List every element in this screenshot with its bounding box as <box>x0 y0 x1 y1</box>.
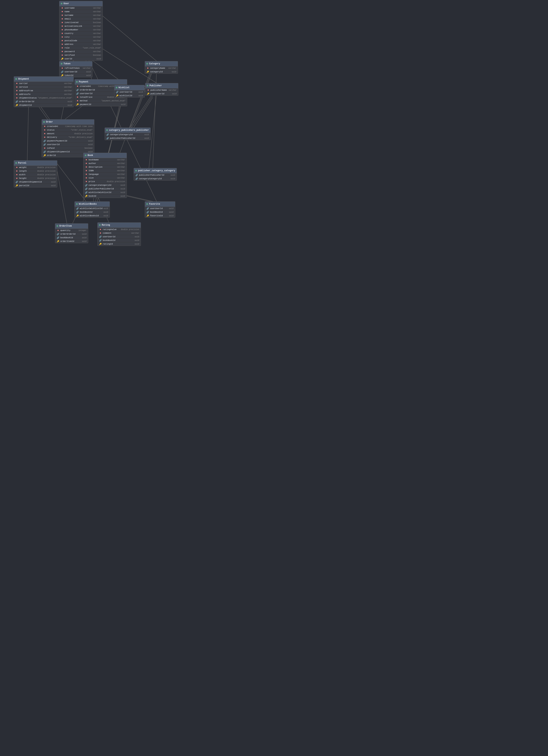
field-name-parcel-1: length <box>19 170 36 172</box>
field-icon-pk: 🔑 <box>15 104 18 107</box>
entity-order: ⊞Order■createdAttimestamp with time zone… <box>42 119 94 157</box>
field-row-user-9: ■postalCodevarchar <box>59 39 103 43</box>
field-type-order-6: boolean <box>85 147 93 149</box>
entity-title-category_publishers_publisher: category_publishers_publisher <box>109 129 149 132</box>
field-name-order-1: status <box>47 129 64 131</box>
field-icon-field: ■ <box>43 125 46 128</box>
entity-title-order: Order <box>46 121 53 123</box>
field-name-user-9: postalCode <box>65 40 82 42</box>
field-name-payment-1: orderOrderId <box>80 89 97 91</box>
field-row-parcel-0: ■weightdouble precision <box>14 166 57 169</box>
field-row-book-3: ■ISBNvarchar <box>83 169 127 173</box>
field-name-book-0: bookName <box>89 159 106 161</box>
field-name-user-1: name <box>65 11 82 13</box>
entity-title-category: Category <box>149 62 160 65</box>
field-row-order-4: 🔗paymentPaymentIduuid <box>42 139 94 143</box>
entity-header-token: ⊞Token <box>59 61 92 66</box>
field-row-token-0: ■refreshTokenvarchar <box>59 66 92 70</box>
entity-user: ⊞User■usernamevarchar■namevarchar■surnam… <box>59 1 103 61</box>
field-row-order-1: ■status"order_status_enum" <box>42 128 94 132</box>
field-type-user-11: "user_role_enum" <box>83 47 101 49</box>
field-icon-fk: 🔗 <box>146 211 149 213</box>
field-type-publisher_category_category-1: uuid <box>171 178 175 180</box>
field-icon-pk: 🔑 <box>146 70 149 73</box>
field-row-user-4: ■isActivatedboolean <box>59 21 103 24</box>
field-icon-fk: 🔗 <box>106 137 109 140</box>
field-name-parcel-0: weight <box>19 166 36 169</box>
field-type-book-0: varchar <box>117 159 125 161</box>
field-type-shipment-3: varchar <box>64 93 72 95</box>
field-icon-field: ■ <box>57 229 59 232</box>
field-row-category-0: ■categoryNamevarchar <box>145 66 178 70</box>
field-icon-field: ■ <box>61 32 64 35</box>
field-name-orderitem-1: orderOrderId <box>60 233 78 235</box>
field-name-category_publishers_publisher-1: publisherPublisherId <box>110 137 135 139</box>
field-icon-field: ■ <box>61 50 64 53</box>
field-row-shipment-6: 🔑shipmentIduuid <box>14 103 74 107</box>
field-icon-field: ■ <box>61 39 64 42</box>
field-type-parcel-0: double precision <box>37 166 56 169</box>
field-icon-pk: 🔑 <box>116 94 119 97</box>
entity-title-token: Token <box>64 62 70 65</box>
field-name-payment-0: createdAt <box>80 85 97 87</box>
field-name-favorite-1: bookBookId <box>150 211 167 213</box>
entity-title-shipment: Shipment <box>18 78 29 80</box>
table-icon: ⊞ <box>85 154 86 157</box>
field-icon-fk: 🔗 <box>106 133 109 136</box>
entity-title-publisher_category_category: publisher_category_category <box>138 169 175 172</box>
entity-header-publisher_category_category: ⊞publisher_category_category <box>134 168 177 173</box>
field-row-shipment-4: ■shipmentStatus"shipment_shipmentstatus_… <box>14 96 74 100</box>
field-name-user-14: userId <box>65 58 82 60</box>
entity-header-book: ⊞Book <box>83 153 127 158</box>
field-icon-field: ■ <box>61 18 64 20</box>
entity-parcel: ⊞Parcel■weightdouble precision■lengthdou… <box>14 160 57 187</box>
field-type-category-1: uuid <box>172 71 176 73</box>
field-row-user-3: ■emailvarchar <box>59 17 103 21</box>
field-name-user-4: isActivated <box>65 21 82 24</box>
field-icon-field: ■ <box>43 129 46 131</box>
field-type-publisher_category_category-0: uuid <box>171 174 175 176</box>
field-type-rating-3: uuid <box>135 239 139 241</box>
field-row-orderitem-0: ■quantityinteger <box>55 229 88 232</box>
field-row-parcel-2: ■widthdouble precision <box>14 173 57 177</box>
entity-publisher_category_category: ⊞publisher_category_category🔗publisherPu… <box>134 168 177 181</box>
field-type-user-4: boolean <box>93 22 101 24</box>
table-icon: ⊞ <box>61 2 62 5</box>
field-name-publisher_category_category-0: publisherPublisherId <box>139 174 164 176</box>
field-row-shipment-5: 🔗orderOrderIduuid <box>14 100 74 103</box>
field-type-rating-2: uuid <box>135 236 139 238</box>
field-name-token-0: refreshToken <box>65 67 82 69</box>
svg-line-15 <box>130 95 153 130</box>
field-type-order-5: uuid <box>88 144 93 146</box>
field-icon-pk: 🔑 <box>43 154 46 157</box>
field-name-payment-2: userUserId <box>80 92 97 95</box>
field-icon-fk: 🔗 <box>85 191 88 194</box>
field-name-publisher-1: publisherId <box>150 93 168 95</box>
field-row-parcel-1: ■lengthdouble precision <box>14 169 57 173</box>
field-icon-field: ■ <box>99 228 102 231</box>
entity-header-favorite: ⊞Favorite <box>145 202 175 207</box>
field-type-token-1: uuid <box>86 71 91 73</box>
field-name-book-2: description <box>89 166 106 168</box>
field-icon-fk: 🔗 <box>76 89 79 91</box>
entity-favorite: ⊞Favorite🔗userUserIduuid🔗bookBookIduuid🔑… <box>145 201 175 218</box>
field-row-rating-2: 🔗userUserIduuid <box>98 235 141 239</box>
field-icon-field: ■ <box>15 166 18 169</box>
field-type-user-5: varchar <box>93 25 101 27</box>
field-icon-fk: 🔗 <box>15 100 18 103</box>
field-name-book-1: author <box>89 162 106 165</box>
field-name-book-10: bookId <box>89 195 106 197</box>
field-row-orderitem-3: 🔑orderItemIduuid <box>55 240 88 243</box>
table-icon: ⊞ <box>146 62 148 65</box>
field-row-publisher_category_category-1: 🔗categoryCategoryIduuid <box>134 177 177 180</box>
field-type-rating-0: double precision <box>121 229 139 231</box>
field-icon-fk: 🔗 <box>99 235 102 238</box>
svg-line-14 <box>130 94 153 128</box>
field-type-user-9: varchar <box>93 40 101 42</box>
field-row-user-6: ■phoneNumbervarchar <box>59 28 103 32</box>
field-name-publisher-0: publisherName <box>150 89 168 91</box>
field-icon-field: ■ <box>43 136 46 139</box>
field-icon-field: ■ <box>61 25 64 27</box>
table-icon: ⊞ <box>43 120 45 124</box>
field-name-book-6: price <box>89 180 106 183</box>
